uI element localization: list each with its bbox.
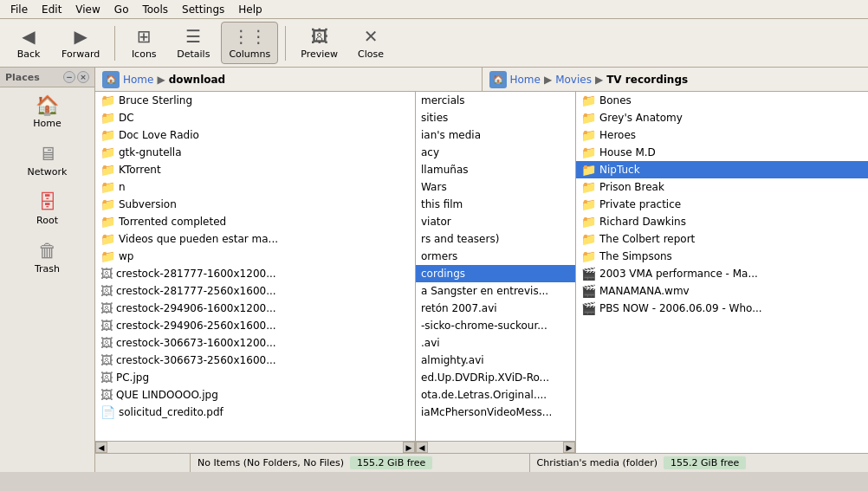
menu-go[interactable]: Go [107, 2, 136, 17]
middle-hscroll-track[interactable] [428, 442, 563, 453]
list-item[interactable]: 🖼PC.jpg [95, 369, 415, 386]
list-item[interactable]: 📁NipTuck [576, 161, 868, 178]
list-item[interactable]: 📁Videos que pueden estar ma... [95, 230, 415, 248]
list-item[interactable]: 🖼crestock-306673-1600x1200... [95, 334, 415, 352]
list-item[interactable]: 🖼crestock-294906-1600x1200... [95, 300, 415, 317]
list-item[interactable]: 🖼crestock-294906-2560x1600... [95, 317, 415, 334]
middle-hscroll-left[interactable]: ◀ [416, 442, 428, 453]
menu-tools[interactable]: Tools [135, 2, 175, 17]
folder-icon: 📁 [100, 94, 115, 107]
list-item[interactable]: 📁Doc Love Radio [95, 126, 415, 144]
list-item[interactable]: viator [416, 213, 575, 230]
right-breadcrumb-movies[interactable]: Movies [555, 74, 592, 86]
list-item[interactable]: 📁The Colbert report [576, 230, 868, 248]
menu-file[interactable]: File [3, 2, 35, 17]
list-item[interactable]: a Sangster en entrevis... [416, 282, 575, 300]
file-name: n [119, 181, 126, 193]
left-breadcrumb-home[interactable]: Home [123, 74, 153, 86]
sidebar-item-network[interactable]: 🖥 Network [0, 136, 94, 184]
middle-file-list[interactable]: mercialssitiesian's mediaacyllamuñasWars… [416, 92, 575, 441]
list-item[interactable]: 🎬PBS NOW - 2006.06.09 - Who... [576, 300, 868, 317]
list-item[interactable]: sities [416, 109, 575, 126]
list-item[interactable]: 📁House M.D [576, 144, 868, 161]
left-hscroll-track[interactable] [107, 442, 403, 453]
menu-view[interactable]: View [68, 2, 107, 17]
file-name: crestock-306673-2560x1600... [116, 354, 276, 366]
sidebar-item-root[interactable]: 🗄 Root [0, 184, 94, 233]
sidebar-item-trash[interactable]: 🗑 Trash [0, 233, 94, 281]
list-item[interactable]: 🖼crestock-281777-2560x1600... [95, 282, 415, 300]
columns-button[interactable]: ⋮⋮ Columns [221, 22, 278, 64]
left-hscroll-left[interactable]: ◀ [95, 442, 107, 453]
left-file-list[interactable]: 📁Bruce Sterling📁DC📁Doc Love Radio📁gtk-gn… [95, 92, 415, 441]
list-item[interactable]: 📁Prison Break [576, 178, 868, 196]
list-item[interactable]: Wars [416, 178, 575, 196]
list-item[interactable]: 📁Heroes [576, 126, 868, 144]
list-item[interactable]: .avi [416, 334, 575, 352]
list-item[interactable]: 📄solicitud_credito.pdf [95, 404, 415, 421]
list-item[interactable]: 📁Private practice [576, 196, 868, 213]
list-item[interactable]: retón 2007.avi [416, 300, 575, 317]
list-item[interactable]: iaMcPhersonVideoMess... [416, 404, 575, 421]
list-item[interactable]: 📁Richard Dawkins [576, 213, 868, 230]
menu-settings[interactable]: Settings [175, 2, 231, 17]
list-item[interactable]: 🖼crestock-306673-2560x1600... [95, 352, 415, 369]
list-item[interactable]: 🖼QUE LINDOOOO.jpg [95, 386, 415, 404]
list-item[interactable]: ormers [416, 248, 575, 265]
menu-help[interactable]: Help [231, 2, 269, 17]
list-item[interactable]: 📁KTorrent [95, 161, 415, 178]
left-hscroll-right[interactable]: ▶ [403, 442, 415, 453]
list-item[interactable]: cordings [416, 265, 575, 282]
details-button[interactable]: ☰ Details [169, 22, 217, 64]
forward-button[interactable]: ▶ Forward [54, 22, 107, 64]
list-item[interactable]: almighty.avi [416, 352, 575, 369]
list-item[interactable]: 📁wp [95, 248, 415, 265]
icons-label: Icons [132, 48, 157, 60]
right-file-list[interactable]: 📁Bones📁Grey's Anatomy📁Heroes📁House M.D📁N… [576, 92, 868, 453]
list-item[interactable]: this film [416, 196, 575, 213]
list-item[interactable]: -sicko-chrome-suckour... [416, 317, 575, 334]
forward-icon: ▶ [74, 26, 87, 47]
sidebar-close-button[interactable]: × [77, 71, 89, 83]
list-item[interactable]: 📁DC [95, 109, 415, 126]
list-item[interactable]: 📁Subversion [95, 196, 415, 213]
preview-button[interactable]: 🖼 Preview [293, 22, 346, 64]
list-item[interactable]: 📁The Simpsons [576, 248, 868, 265]
image-icon: 🖼 [100, 267, 113, 281]
menu-edit[interactable]: Edit [35, 2, 68, 17]
list-item[interactable]: ota.de.Letras.Original.... [416, 386, 575, 404]
right-breadcrumb-home[interactable]: Home [510, 74, 541, 86]
sidebar-minimize-button[interactable]: − [63, 71, 75, 83]
list-item[interactable]: acy [416, 144, 575, 161]
location-row: 🏠 Home ▶ download 🏠 Home ▶ Movies ▶ TV r… [95, 68, 868, 92]
list-item[interactable]: 📁Grey's Anatomy [576, 109, 868, 126]
list-item[interactable]: 🎬2003 VMA performance - Ma... [576, 265, 868, 282]
list-item[interactable]: 🎬MANAMANA.wmv [576, 282, 868, 300]
left-file-list-container: 📁Bruce Sterling📁DC📁Doc Love Radio📁gtk-gn… [95, 92, 415, 453]
left-hscroll[interactable]: ◀ ▶ [95, 441, 415, 453]
list-item[interactable]: 📁Torrented completed [95, 213, 415, 230]
list-item[interactable]: 📁Bruce Sterling [95, 92, 415, 109]
folder-icon: 📁 [581, 111, 596, 125]
list-item[interactable]: 📁Bones [576, 92, 868, 109]
list-item[interactable]: rs and teasers) [416, 230, 575, 248]
folder-icon: 📁 [581, 249, 596, 263]
list-item[interactable]: ed.Up.DVDRip.XViD-Ro... [416, 369, 575, 386]
list-item[interactable]: llamuñas [416, 161, 575, 178]
list-item[interactable]: 📁n [95, 178, 415, 196]
list-item[interactable]: 📁gtk-gnutella [95, 144, 415, 161]
preview-icon: 🖼 [311, 26, 328, 47]
list-item[interactable]: 🖼crestock-281777-1600x1200... [95, 265, 415, 282]
back-button[interactable]: ◀ Back [7, 22, 50, 64]
list-item[interactable]: ian's media [416, 126, 575, 144]
sidebar-item-home[interactable]: 🏠 Home [0, 87, 94, 136]
list-item[interactable]: mercials [416, 92, 575, 109]
right-status-section: Christian's media (folder) 155.2 GiB fre… [530, 454, 869, 472]
middle-hscroll[interactable]: ◀ ▶ [416, 441, 575, 453]
folder-icon: 📁 [581, 180, 596, 194]
file-name: Wars [421, 181, 447, 193]
middle-hscroll-right[interactable]: ▶ [563, 442, 575, 453]
folder-icon: 📁 [100, 145, 115, 159]
close-button[interactable]: ✕ Close [349, 22, 392, 64]
icons-button[interactable]: ⊞ Icons [122, 22, 165, 64]
